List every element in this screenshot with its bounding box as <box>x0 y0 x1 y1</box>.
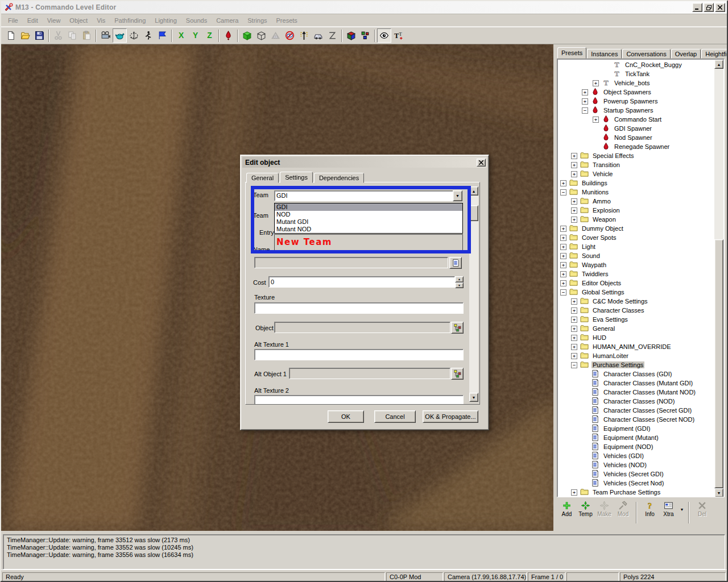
combo-dropdown-icon[interactable]: ▼ <box>453 190 462 201</box>
tree-item-vehicle-bots[interactable]: +TVehicle_bots <box>558 78 714 88</box>
tree-item-character-classes-nod[interactable]: Character Classes (NOD) <box>558 397 714 406</box>
name-field[interactable] <box>254 257 448 268</box>
toolbar-vehicle-car-button[interactable] <box>311 28 325 43</box>
collapse-icon[interactable]: − <box>571 362 577 368</box>
toolbar-eye-triangle-button[interactable] <box>268 28 283 43</box>
toolbar-open-file-button[interactable] <box>18 28 32 43</box>
toolbar-cube-wire-button[interactable] <box>254 28 268 43</box>
tree-item-equipment-gdi[interactable]: Equipment (GDI) <box>558 424 714 433</box>
menu-pathfinding[interactable]: Pathfinding <box>110 15 150 26</box>
tree-item-team-purchase-settings[interactable]: +Team Purchase Settings <box>558 488 714 496</box>
expand-icon[interactable]: + <box>571 153 577 159</box>
tree-item-character-classes-mutant-gdi[interactable]: Character Classes (Mutant GDI) <box>558 379 714 388</box>
toolbar-angle-tool-button[interactable] <box>325 28 340 43</box>
menu-edit[interactable]: Edit <box>23 15 43 26</box>
tree-item-vehicles-nod[interactable]: Vehicles (NOD) <box>558 460 714 469</box>
alt-object1-field[interactable] <box>289 368 450 379</box>
expand-icon[interactable]: + <box>571 344 577 350</box>
team-option-mutant-gdi[interactable]: Mutant GDI <box>275 218 462 226</box>
menu-camera[interactable]: Camera <box>212 15 243 26</box>
ok-propagate-button[interactable]: OK & Propagate... <box>423 410 478 423</box>
expand-icon[interactable]: + <box>571 326 577 332</box>
toolbar-save-file-button[interactable] <box>32 28 47 43</box>
object-field[interactable] <box>274 322 450 333</box>
toolbar-orbit-gizmo-button[interactable] <box>127 28 141 43</box>
tree-item-eva-settings[interactable]: +Eva Settings <box>558 315 714 324</box>
texture-input[interactable] <box>254 302 464 314</box>
menu-object[interactable]: Object <box>65 15 92 26</box>
tree-item-explosion[interactable]: +Explosion <box>558 206 714 215</box>
tree-item-dummy-object[interactable]: +Dummy Object <box>558 224 714 233</box>
make-button[interactable]: Make <box>595 501 613 517</box>
collapse-icon[interactable]: − <box>560 189 566 196</box>
tree-item-cover-spots[interactable]: +Cover Spots <box>558 233 714 242</box>
tree-item-renegade-spawner[interactable]: Renegade Spawner <box>558 142 714 151</box>
add-button[interactable]: Add <box>558 501 576 517</box>
expand-icon[interactable]: + <box>571 207 577 214</box>
toolbar-copy-button[interactable] <box>65 28 80 43</box>
expand-icon[interactable]: + <box>560 244 566 250</box>
dialog-tab-dependencies[interactable]: Dependencies <box>314 173 364 183</box>
del-button[interactable]: Del <box>693 501 711 517</box>
toolbar-cut-button[interactable] <box>51 28 65 43</box>
tree-item-global-settings[interactable]: −Global Settings <box>558 288 714 297</box>
scroll-down-button[interactable]: ▼ <box>714 488 723 497</box>
dialog-scroll-thumb[interactable] <box>469 205 478 221</box>
toolbar-waypoint-flag-button[interactable] <box>155 28 169 43</box>
tree-item-general[interactable]: +General <box>558 324 714 333</box>
expand-icon[interactable]: + <box>571 162 577 168</box>
expand-icon[interactable]: + <box>593 117 599 123</box>
expand-icon[interactable]: + <box>571 353 577 359</box>
tree-item-humanloiter[interactable]: +HumanLoiter <box>558 351 714 360</box>
scroll-thumb[interactable] <box>714 239 723 488</box>
tree-item-ticktank[interactable]: TTickTank <box>558 69 714 78</box>
menu-presets[interactable]: Presets <box>272 15 302 26</box>
scroll-track[interactable] <box>714 69 723 488</box>
expand-icon[interactable]: + <box>560 253 566 259</box>
cost-spinner[interactable]: ▲▼ <box>455 276 464 288</box>
expand-icon[interactable]: + <box>571 171 577 177</box>
tree-item-vehicle[interactable]: +Vehicle <box>558 169 714 178</box>
expand-icon[interactable]: + <box>571 217 577 223</box>
toolbar-text-plus-button[interactable]: TT <box>391 28 406 43</box>
toolbar-paste-button[interactable] <box>80 28 94 43</box>
tree-item-sound[interactable]: +Sound <box>558 251 714 260</box>
toolbar-eye-vis-button[interactable] <box>377 28 391 43</box>
dialog-close-icon[interactable] <box>477 159 486 167</box>
tree-item-character-classes-gdi[interactable]: Character Classes (GDI) <box>558 369 714 379</box>
expand-icon[interactable]: + <box>560 280 566 286</box>
menu-file[interactable]: File <box>3 15 23 26</box>
spin-down-icon[interactable]: ▼ <box>455 282 464 289</box>
tree-item-object-spawners[interactable]: +Object Spawners <box>558 88 714 97</box>
spin-up-icon[interactable]: ▲ <box>455 276 464 282</box>
alt-texture1-input[interactable] <box>254 349 464 360</box>
cancel-button[interactable]: Cancel <box>374 410 416 423</box>
toolbar-cube-solid-button[interactable] <box>240 28 254 43</box>
tab-instances[interactable]: Instances <box>587 49 622 59</box>
minimize-button[interactable] <box>692 3 702 12</box>
tree-item-vehicles-gdi[interactable]: Vehicles (GDI) <box>558 451 714 460</box>
team-option-nod[interactable]: NOD <box>275 211 462 218</box>
tree-item-vehicles-secret-gdi[interactable]: Vehicles (Secret GDI) <box>558 469 714 479</box>
menu-vis[interactable]: Vis <box>92 15 110 26</box>
expand-icon[interactable]: + <box>571 335 577 341</box>
toolbar-movie-camera-button[interactable] <box>98 28 113 43</box>
dialog-scroll-up-button[interactable]: ▲ <box>469 186 478 196</box>
temp-button[interactable]: Temp <box>577 501 594 517</box>
expand-icon[interactable]: + <box>560 271 566 277</box>
tree-item-editor-objects[interactable]: +Editor Objects <box>558 278 714 288</box>
tab-conversations[interactable]: Conversations <box>622 49 670 59</box>
tree-item-light[interactable]: +Light <box>558 242 714 251</box>
collapse-icon[interactable]: − <box>560 289 566 296</box>
mod-button[interactable]: Mod <box>614 501 632 517</box>
tree-item-twiddlers[interactable]: +Twiddlers <box>558 269 714 278</box>
tree-item-character-classes-mutant-nod[interactable]: Character Classes (Mutant NOD) <box>558 388 714 397</box>
tree-scrollbar[interactable]: ▲ ▼ <box>714 60 723 496</box>
tree-item-character-classes[interactable]: +Character Classes <box>558 306 714 315</box>
collapse-icon[interactable]: − <box>582 107 588 114</box>
team-combobox[interactable]: GDI ▼ <box>274 190 462 201</box>
toolbar-points-rgb-button[interactable] <box>358 28 373 43</box>
menu-view[interactable]: View <box>43 15 65 26</box>
expand-icon[interactable]: + <box>593 80 599 86</box>
alt-texture2-input[interactable] <box>254 395 464 405</box>
